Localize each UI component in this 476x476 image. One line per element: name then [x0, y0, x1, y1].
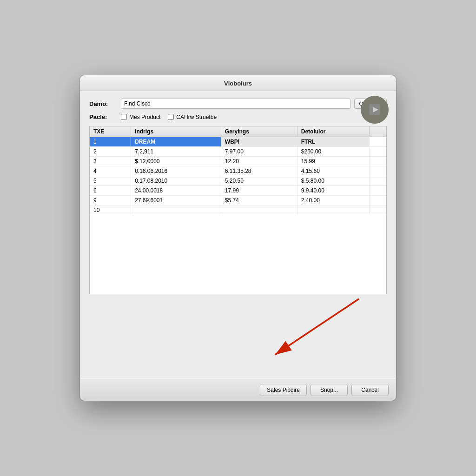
dialog: Vlobolurs Damo: Ganule ⊞ Pacle:	[80, 75, 396, 401]
cell-detolulor: 15.99	[297, 157, 369, 166]
damo-row: Damo: Ganule ⊞	[89, 99, 387, 109]
table-row[interactable]: 927.69.6001$5.742.40.00	[90, 196, 386, 205]
checkbox2-input[interactable]	[168, 114, 174, 120]
dialog-body: Damo: Ganule ⊞ Pacle: Mes Product CAHrw …	[80, 91, 396, 379]
col-txe: TXE	[90, 126, 131, 137]
cell-extra	[369, 186, 386, 196]
cell-indrigs: DREAM	[131, 137, 221, 147]
arrow-container	[89, 299, 387, 373]
pacle-row: Pacle: Mes Product CAHrw Struetbe	[89, 113, 387, 120]
cell-extra	[369, 176, 386, 186]
table-row[interactable]: 3$.12,000012.2015.99	[90, 157, 386, 166]
cell-detolulor: 4.15.60	[297, 166, 369, 176]
table-row[interactable]: 40.16.06.20166.11.35.284.15.60	[90, 166, 386, 176]
cell-extra	[369, 166, 386, 176]
cell-detolulor: $250.00	[297, 147, 369, 157]
checkbox2-label: CAHrw Struetbe	[176, 114, 217, 120]
dialog-title: Vlobolurs	[224, 80, 252, 87]
cell-indrigs	[131, 205, 221, 215]
col-indrigs: Indrigs	[131, 126, 221, 137]
cell-geryings: WBPI	[221, 137, 297, 147]
checkbox1-item[interactable]: Mes Product	[121, 114, 160, 120]
cell-geryings: 7,97.00	[221, 147, 297, 157]
cell-geryings: 6.11.35.28	[221, 166, 297, 176]
cell-txe: 9	[90, 196, 131, 205]
cell-indrigs: 7.2,911	[131, 147, 221, 157]
cell-extra	[369, 157, 386, 166]
dialog-footer: Sales Pipdire Snop... Cancel	[80, 379, 396, 401]
pacle-label: Pacle:	[89, 113, 117, 120]
table-row[interactable]: 27.2,9117,97.00$250.00	[90, 147, 386, 157]
table-row[interactable]: 624.00.001817.999.9.40.00	[90, 186, 386, 196]
cell-extra	[369, 147, 386, 157]
data-table-container: TXE Indrigs Geryings Detolulor 1DREAMWBP…	[89, 126, 387, 294]
red-arrow-annotation	[229, 294, 368, 369]
cell-extra	[369, 205, 386, 215]
cell-geryings: 5.20.50	[221, 176, 297, 186]
cell-txe: 4	[90, 166, 131, 176]
cell-geryings: $5.74	[221, 196, 297, 205]
cell-txe: 3	[90, 157, 131, 166]
cell-indrigs: $.12,0000	[131, 157, 221, 166]
cell-detolulor: 2.40.00	[297, 196, 369, 205]
cell-extra	[369, 137, 386, 147]
checkbox-group: Mes Product CAHrw Struetbe	[121, 114, 217, 120]
cell-extra	[369, 196, 386, 205]
title-bar: Vlobolurs	[80, 75, 396, 91]
cell-txe: 5	[90, 176, 131, 186]
cell-detolulor: FTRL	[297, 137, 369, 147]
cell-detolulor	[297, 205, 369, 215]
cell-txe: 1	[90, 137, 131, 147]
damo-input[interactable]	[121, 99, 350, 109]
cell-geryings	[221, 205, 297, 215]
table-row[interactable]: 1DREAMWBPIFTRL	[90, 137, 386, 147]
cell-geryings: 12.20	[221, 157, 297, 166]
col-extra	[369, 126, 386, 137]
table-row[interactable]: 10	[90, 205, 386, 215]
cell-indrigs: 0.16.06.2016	[131, 166, 221, 176]
cell-detolulor: 9.9.40.00	[297, 186, 369, 196]
cell-txe: 6	[90, 186, 131, 196]
cell-txe: 10	[90, 205, 131, 215]
checkbox1-label: Mes Product	[129, 114, 160, 120]
play-icon	[368, 103, 381, 116]
cell-indrigs: 24.00.0018	[131, 186, 221, 196]
checkbox2-item[interactable]: CAHrw Struetbe	[168, 114, 217, 120]
col-geryings: Geryings	[221, 126, 297, 137]
checkbox1-input[interactable]	[121, 114, 127, 120]
sales-pipdire-button[interactable]: Sales Pipdire	[260, 384, 307, 396]
table-header-row: TXE Indrigs Geryings Detolulor	[90, 126, 386, 137]
cell-indrigs: 27.69.6001	[131, 196, 221, 205]
damo-label: Damo:	[89, 100, 117, 107]
svg-line-3	[275, 299, 359, 355]
cell-detolulor: $.5.80.00	[297, 176, 369, 186]
cell-indrigs: 0.17.08.2010	[131, 176, 221, 186]
cell-geryings: 17.99	[221, 186, 297, 196]
cancel-button[interactable]: Cancel	[351, 384, 389, 396]
cell-txe: 2	[90, 147, 131, 157]
avatar-button[interactable]	[361, 96, 389, 124]
col-detolulor: Detolulor	[297, 126, 369, 137]
table-row[interactable]: 50.17.08.20105.20.50$.5.80.00	[90, 176, 386, 186]
snop-button[interactable]: Snop...	[311, 384, 348, 396]
data-table: TXE Indrigs Geryings Detolulor 1DREAMWBP…	[90, 126, 386, 215]
